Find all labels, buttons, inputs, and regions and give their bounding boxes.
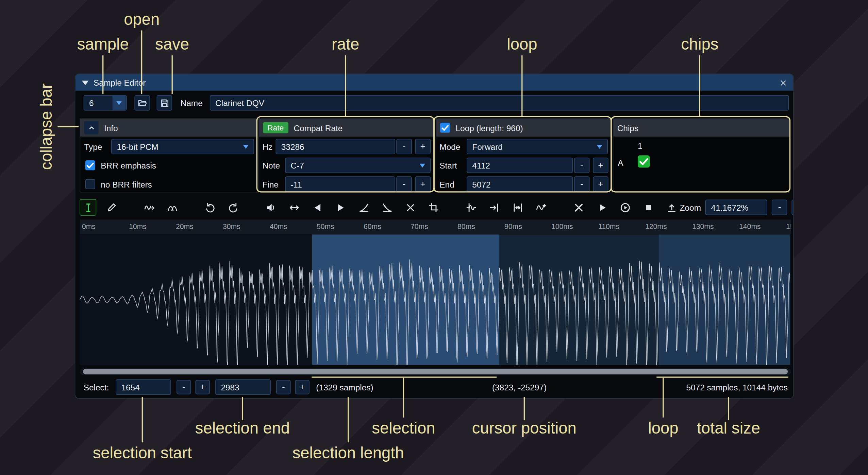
chips-panel-header: Chips xyxy=(613,119,789,137)
annotation-line-selection xyxy=(403,378,404,418)
chevron-down-icon xyxy=(420,164,425,171)
chip-a-checkbox[interactable] xyxy=(638,155,650,168)
zoom-input[interactable]: 41.1672% xyxy=(705,200,767,215)
reverse-button[interactable] xyxy=(309,199,326,216)
waveform-scrollbar[interactable] xyxy=(80,368,791,375)
selection-end-increment-button[interactable]: + xyxy=(295,380,309,394)
loop-start-decrement-button[interactable]: - xyxy=(574,158,590,173)
trim-icon xyxy=(428,202,439,213)
rate-badge[interactable]: Rate xyxy=(263,122,288,134)
scrollbar-thumb[interactable] xyxy=(83,369,788,374)
resample-button[interactable] xyxy=(140,199,157,216)
reverse-icon xyxy=(312,202,322,213)
normalize-button[interactable] xyxy=(286,199,302,216)
sample-editor-window: Sample Editor × 6 Name Clarinet DQV xyxy=(75,73,794,399)
no-brr-filters-checkbox[interactable] xyxy=(85,179,95,189)
hz-input-value: 33286 xyxy=(281,142,304,151)
fade-out-button[interactable] xyxy=(379,199,395,216)
timeline-label: 70ms xyxy=(411,222,428,230)
loop-mode-select[interactable]: Forward xyxy=(467,139,608,155)
select-label: Select: xyxy=(84,379,109,395)
info-panel: Info Type 16-bit PCM BRR emphasis no BRR… xyxy=(80,118,258,192)
fine-input[interactable]: -11 xyxy=(285,176,395,192)
close-button[interactable]: × xyxy=(780,76,787,88)
crossfade-button[interactable] xyxy=(164,199,181,216)
play-button[interactable] xyxy=(594,199,610,216)
annotated-background: Sample Editor × 6 Name Clarinet DQV xyxy=(0,0,868,475)
name-input[interactable]: Clarinet DQV xyxy=(210,95,789,111)
stop-icon xyxy=(643,202,653,213)
resize-icon xyxy=(512,202,523,213)
sample-select[interactable]: 6 xyxy=(84,95,127,111)
apply-silence-button[interactable] xyxy=(402,199,419,216)
filter-button[interactable] xyxy=(533,199,549,216)
resize-button[interactable] xyxy=(509,199,526,216)
preview-button[interactable] xyxy=(617,199,633,216)
loop-enable-checkbox[interactable] xyxy=(440,123,450,133)
undo-button[interactable] xyxy=(201,199,218,216)
type-select[interactable]: 16-bit PCM xyxy=(111,139,254,155)
annotation-line-collapse-bar xyxy=(57,126,79,127)
window-collapse-icon[interactable] xyxy=(82,81,89,89)
waveform-canvas[interactable] xyxy=(80,234,790,365)
loop-start-value: 4112 xyxy=(472,161,490,170)
window-title: Sample Editor xyxy=(94,78,146,87)
timeline-ruler[interactable]: 0ms10ms20ms30ms40ms50ms60ms70ms80ms90ms1… xyxy=(80,219,791,234)
selection-end-decrement-button[interactable]: - xyxy=(276,380,290,394)
sample-select-dropdown-button[interactable] xyxy=(112,96,126,110)
insert-point-button[interactable] xyxy=(463,199,480,216)
zoom-increment-button[interactable]: + xyxy=(792,200,794,215)
loop-start-increment-button[interactable]: + xyxy=(593,158,608,173)
waveform-area xyxy=(80,234,791,365)
loop-mode-value: Forward xyxy=(472,142,503,151)
selection-start-input[interactable]: 1654 xyxy=(116,379,171,395)
sample-toolbar: Zoom 41.1672% - + 100% xyxy=(80,198,790,216)
save-button[interactable] xyxy=(157,95,172,111)
draw-tool-button[interactable] xyxy=(103,199,120,216)
delete-button[interactable] xyxy=(570,199,587,216)
annotation-loop: loop xyxy=(507,35,537,54)
zoom-decrement-button[interactable]: - xyxy=(772,200,787,215)
annotation-sample: sample xyxy=(77,35,129,54)
upload-button[interactable] xyxy=(663,199,680,216)
loop-end-decrement-button[interactable]: - xyxy=(574,176,590,192)
annotation-line-selection-end xyxy=(242,397,243,420)
hz-decrement-button[interactable]: - xyxy=(396,139,412,155)
loop-panel: Loop (length: 960) Mode Forward Start 41… xyxy=(436,118,612,192)
sample-select-value: 6 xyxy=(89,98,94,108)
trim-button[interactable] xyxy=(425,199,442,216)
select-tool-button[interactable] xyxy=(80,199,96,216)
note-select[interactable]: C-7 xyxy=(285,158,431,173)
cursor-position-text: (3823, -25297) xyxy=(492,379,547,395)
info-panel-header: Info xyxy=(80,119,257,137)
loop-end-increment-button[interactable]: + xyxy=(593,176,608,192)
annotation-line-loop-bottom xyxy=(663,378,664,418)
loop-end-input[interactable]: 5072 xyxy=(467,176,573,192)
open-button[interactable] xyxy=(134,95,150,111)
fine-decrement-button[interactable]: - xyxy=(396,176,412,192)
mode-label: Mode xyxy=(439,139,460,155)
screenshot-viewport: Sample Editor × 6 Name Clarinet DQV xyxy=(0,0,868,475)
annotation-open: open xyxy=(124,11,160,29)
selection-start-increment-button[interactable]: + xyxy=(196,380,210,394)
fine-increment-button[interactable]: + xyxy=(415,176,431,192)
brr-emphasis-label: BRR emphasis xyxy=(101,158,156,173)
hz-input[interactable]: 33286 xyxy=(276,139,396,155)
timeline-label: 90ms xyxy=(504,222,522,230)
folder-open-icon xyxy=(137,98,147,108)
hz-increment-button[interactable]: + xyxy=(415,139,431,155)
selection-start-decrement-button[interactable]: - xyxy=(177,380,191,394)
invert-button[interactable] xyxy=(332,199,349,216)
fade-in-button[interactable] xyxy=(355,199,372,216)
paste-in-button[interactable] xyxy=(486,199,503,216)
brr-emphasis-checkbox[interactable] xyxy=(85,160,95,170)
delete-icon xyxy=(573,202,584,213)
redo-button[interactable] xyxy=(225,199,241,216)
stop-button[interactable] xyxy=(640,199,656,216)
loop-start-input[interactable]: 4112 xyxy=(467,158,573,173)
amplify-button[interactable] xyxy=(262,199,279,216)
timeline-label: 60ms xyxy=(364,222,381,230)
check-icon xyxy=(85,160,95,170)
collapse-bar-button[interactable] xyxy=(84,121,98,134)
selection-end-input[interactable]: 2983 xyxy=(215,379,271,395)
